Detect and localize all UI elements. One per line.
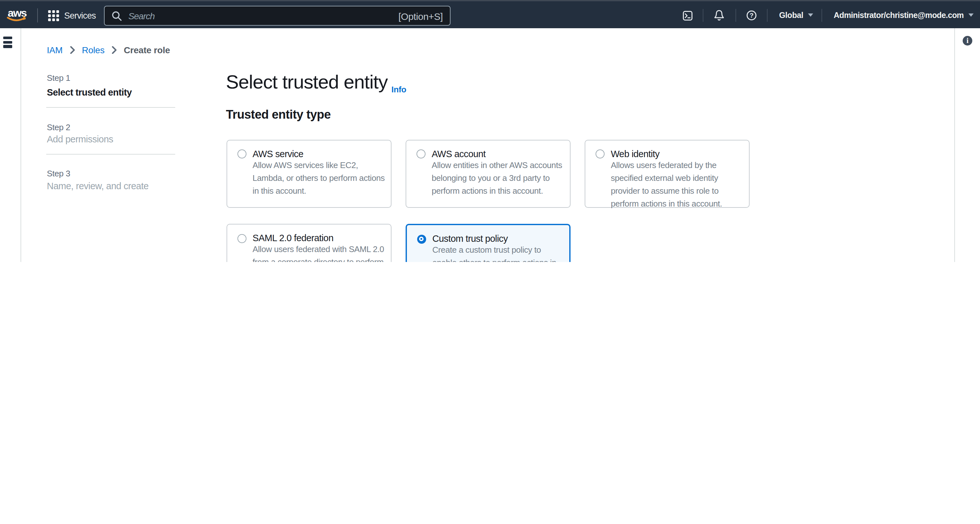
svg-text:?: ? [749,12,754,19]
